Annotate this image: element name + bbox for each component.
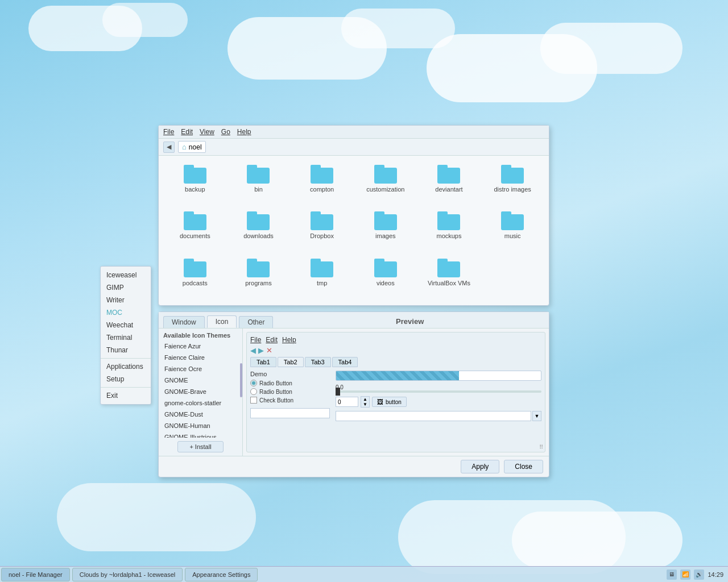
spinner-row: ▲ ▼ 🖼 button <box>336 396 541 408</box>
context-menu-item-moc[interactable]: MOC <box>101 306 151 319</box>
edit-menu[interactable]: Edit <box>181 128 193 136</box>
resize-handle[interactable]: ⠿ <box>539 444 543 450</box>
spinner-input[interactable] <box>336 397 358 407</box>
folder-downloads[interactable]: downloads <box>229 209 288 251</box>
apply-button[interactable]: Apply <box>461 460 499 473</box>
install-button[interactable]: + Install <box>177 441 223 452</box>
file-manager-window: File Edit View Go Help ◀ ⌂ noel backup b… <box>158 125 549 306</box>
folder-videos[interactable]: videos <box>356 256 415 298</box>
folder-dropbox[interactable]: Dropbox <box>292 209 351 251</box>
view-menu[interactable]: View <box>200 128 214 136</box>
context-menu-item-writer[interactable]: Writer <box>101 294 151 306</box>
folder-podcasts[interactable]: podcasts <box>166 256 225 298</box>
radio2-label: Radio Button <box>259 389 292 395</box>
radio1-button[interactable] <box>250 380 257 386</box>
taskbar-item-file-manager[interactable]: noel - File Manager <box>1 568 70 581</box>
context-menu-item-iceweasel[interactable]: Iceweasel <box>101 269 151 281</box>
folder-label: backup <box>185 186 205 193</box>
spinner-down[interactable]: ▼ <box>361 402 369 407</box>
folder-images[interactable]: images <box>356 209 415 251</box>
combo-input[interactable] <box>336 411 531 421</box>
preview-right: 60 % 0.0 <box>336 371 541 421</box>
prev-help-menu[interactable]: Help <box>282 336 296 344</box>
radio1-row: Radio Button <box>250 380 330 386</box>
demo-label: Demo <box>250 371 330 377</box>
icon-theme-gnome[interactable]: GNOME <box>159 375 242 386</box>
context-menu-item-applications[interactable]: Applications <box>101 360 151 373</box>
icon-list-panel: Available Icon Themes Faience Azur Faien… <box>159 329 243 456</box>
icon-theme-gnome-illustrious[interactable]: GNOME-Illustrious <box>159 431 242 438</box>
slider-thumb[interactable] <box>336 388 340 396</box>
slider-value: 0.0 <box>336 384 541 390</box>
folder-customization[interactable]: customization <box>356 163 415 205</box>
taskbar-item-iceweasel[interactable]: Clouds by ~lordalpha1 - Iceweasel <box>72 568 183 581</box>
folder-documents[interactable]: documents <box>166 209 225 251</box>
icon-list: Faience Azur Faience Claire Faience Ocre… <box>159 340 242 438</box>
prev-tab3[interactable]: Tab3 <box>305 357 331 367</box>
checkbox-label: Check Button <box>259 397 293 404</box>
folder-icon <box>374 165 397 184</box>
taskbar: noel - File Manager Clouds by ~lordalpha… <box>0 566 728 582</box>
icon-theme-faience-claire[interactable]: Faience Claire <box>159 352 242 363</box>
context-menu-item-terminal[interactable]: Terminal <box>101 331 151 344</box>
slider-track[interactable] <box>336 390 541 393</box>
context-menu-item-setup[interactable]: Setup <box>101 373 151 385</box>
checkbox-button[interactable] <box>250 397 257 404</box>
folder-tmp[interactable]: tmp <box>292 256 351 298</box>
folder-programs[interactable]: programs <box>229 256 288 298</box>
prev-close-btn[interactable]: ✕ <box>266 346 272 355</box>
folder-label: VirtualBox VMs <box>428 280 470 286</box>
monitor-icon[interactable]: 🖥 <box>667 569 677 580</box>
tab-other[interactable]: Other <box>239 316 273 328</box>
tab-window[interactable]: Window <box>163 316 205 328</box>
prev-file-menu[interactable]: File <box>250 336 261 344</box>
back-button[interactable]: ◀ <box>163 142 175 153</box>
icon-theme-gnome-brave[interactable]: GNOME-Brave <box>159 386 242 397</box>
network-icon[interactable]: 📶 <box>680 569 690 580</box>
taskbar-item-appearance[interactable]: Appearance Settings <box>185 568 258 581</box>
prev-back-btn[interactable]: ◀ <box>250 346 256 355</box>
go-menu[interactable]: Go <box>221 128 230 136</box>
folder-distro-images[interactable]: distro images <box>483 163 542 205</box>
bottom-buttons: Apply Close <box>159 456 549 477</box>
icon-theme-gnome-dust[interactable]: GNOME-Dust <box>159 409 242 420</box>
close-button[interactable]: Close <box>504 460 543 473</box>
spinner-up[interactable]: ▲ <box>361 397 369 402</box>
folder-icon <box>501 211 524 231</box>
volume-icon[interactable]: 🔊 <box>694 569 704 580</box>
folder-label: compton <box>310 186 334 193</box>
icon-theme-gnome-human[interactable]: GNOME-Human <box>159 420 242 431</box>
combo-arrow[interactable]: ▼ <box>532 411 541 421</box>
help-menu[interactable]: Help <box>237 128 251 136</box>
context-menu-item-thunar[interactable]: Thunar <box>101 344 151 356</box>
context-menu-item-weechat[interactable]: Weechat <box>101 319 151 331</box>
icon-theme-faience-azur[interactable]: Faience Azur <box>159 340 242 352</box>
context-menu-item-exit[interactable]: Exit <box>101 389 151 402</box>
tab-icon[interactable]: Icon <box>207 315 237 328</box>
folder-backup[interactable]: backup <box>166 163 225 205</box>
prev-fwd-btn[interactable]: ▶ <box>258 346 264 355</box>
folder-bin[interactable]: bin <box>229 163 288 205</box>
folder-virtualbox-vms[interactable]: VirtualBox VMs <box>420 256 479 298</box>
file-menu[interactable]: File <box>163 128 174 136</box>
icon-button[interactable]: 🖼 button <box>372 397 407 407</box>
prev-tab4[interactable]: Tab4 <box>332 357 358 367</box>
icon-theme-faience-ocre[interactable]: Faience Ocre <box>159 363 242 375</box>
folder-music[interactable]: music <box>483 209 542 251</box>
text-entry[interactable] <box>250 408 330 418</box>
context-menu-item-gimp[interactable]: GIMP <box>101 281 151 294</box>
prev-edit-menu[interactable]: Edit <box>266 336 278 344</box>
icon-theme-gnome-colors-statler[interactable]: gnome-colors-statler <box>159 397 242 409</box>
folder-mockups[interactable]: mockups <box>420 209 479 251</box>
prev-tab2[interactable]: Tab2 <box>278 357 304 367</box>
radio2-button[interactable] <box>250 388 257 395</box>
scrollbar-thumb[interactable] <box>240 363 242 397</box>
button-icon: 🖼 <box>377 398 383 405</box>
prev-tab1[interactable]: Tab1 <box>250 357 276 367</box>
folder-icon <box>247 165 270 184</box>
preview-tabs-row: Tab1 Tab2 Tab3 Tab4 <box>250 357 541 367</box>
folder-compton[interactable]: compton <box>292 163 351 205</box>
folder-label: mockups <box>436 232 461 239</box>
folder-icon <box>311 165 333 184</box>
folder-deviantart[interactable]: deviantart <box>420 163 479 205</box>
